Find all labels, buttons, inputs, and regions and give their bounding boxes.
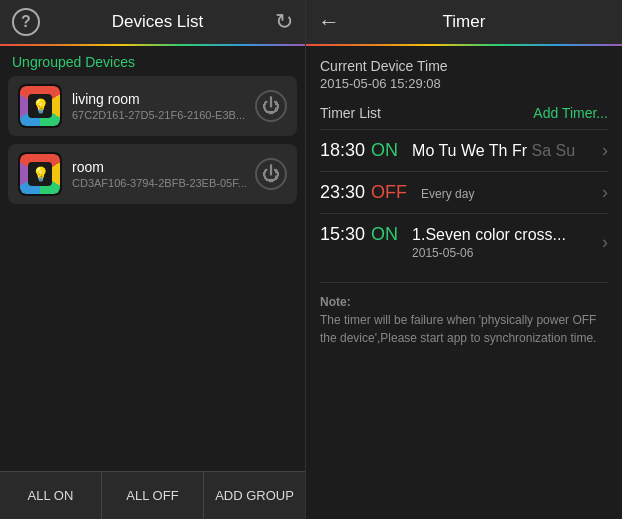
all-on-button[interactable]: ALL ON xyxy=(0,472,102,519)
power-button-room[interactable]: ⏻ xyxy=(255,158,287,190)
timer-list-header: Timer List Add Timer... xyxy=(320,105,608,121)
timer-days-1830: Mo Tu We Th Fr Sa Su xyxy=(412,142,575,160)
timer-list-label: Timer List xyxy=(320,105,381,121)
timer-action-1830: ON xyxy=(371,140,398,161)
timer-time-2330: 23:30 xyxy=(320,182,365,203)
note-label: Note: The timer will be failure when 'ph… xyxy=(320,293,608,347)
timer-item-1530[interactable]: 15:30 ON 1.Seven color cross... 2015-05-… xyxy=(320,213,608,270)
timer-details-1530: 1.Seven color cross... 2015-05-06 xyxy=(412,226,566,260)
timer-item-2330[interactable]: 23:30 OFF Every day › xyxy=(320,171,608,213)
device-info-room: room CD3AF106-3794-2BFB-23EB-05F... xyxy=(72,159,255,189)
devices-list-title: Devices List xyxy=(112,12,204,32)
timer-days-1530: 1.Seven color cross... xyxy=(412,226,566,244)
timer-details-2330: Every day xyxy=(421,185,474,201)
left-header: ? Devices List ↻ xyxy=(0,0,305,46)
add-timer-button[interactable]: Add Timer... xyxy=(533,105,608,121)
timer-title: Timer xyxy=(443,12,486,32)
timer-sub-1530: 2015-05-06 xyxy=(412,246,566,260)
device-list: 💡 living room 67C2D161-27D5-21F6-2160-E3… xyxy=(0,76,305,471)
ungrouped-label: Ungrouped Devices xyxy=(0,46,305,76)
timer-left-2330: 23:30 OFF Every day xyxy=(320,182,474,203)
right-header: ← Timer xyxy=(306,0,622,46)
power-icon-room: ⏻ xyxy=(262,164,280,185)
timer-action-1530: ON xyxy=(371,224,398,245)
refresh-button[interactable]: ↻ xyxy=(275,9,293,35)
bulb-icon-room: 💡 xyxy=(32,166,49,182)
timer-item-1830[interactable]: 18:30 ON Mo Tu We Th Fr Sa Su › xyxy=(320,129,608,171)
device-name-room: room xyxy=(72,159,255,175)
note-section: Note: The timer will be failure when 'ph… xyxy=(320,282,608,347)
timer-left-1830: 18:30 ON Mo Tu We Th Fr Sa Su xyxy=(320,140,575,161)
chevron-icon-2330: › xyxy=(602,182,608,203)
current-time-section: Current Device Time 2015-05-06 15:29:08 xyxy=(320,58,608,91)
current-time-label: Current Device Time xyxy=(320,58,608,74)
left-panel: ? Devices List ↻ Ungrouped Devices 💡 liv… xyxy=(0,0,306,519)
timer-content: Current Device Time 2015-05-06 15:29:08 … xyxy=(306,46,622,519)
timer-left-1530: 15:30 ON 1.Seven color cross... 2015-05-… xyxy=(320,224,566,260)
timer-time-1830: 18:30 xyxy=(320,140,365,161)
all-off-button[interactable]: ALL OFF xyxy=(102,472,204,519)
note-text: The timer will be failure when 'physical… xyxy=(320,313,596,345)
chevron-icon-1530: › xyxy=(602,232,608,253)
chevron-icon-1830: › xyxy=(602,140,608,161)
timer-details-1830: Mo Tu We Th Fr Sa Su xyxy=(412,142,575,160)
power-icon-living-room: ⏻ xyxy=(262,96,280,117)
device-item-living-room[interactable]: 💡 living room 67C2D161-27D5-21F6-2160-E3… xyxy=(8,76,297,136)
add-group-button[interactable]: ADD GROUP xyxy=(204,472,305,519)
device-item-room[interactable]: 💡 room CD3AF106-3794-2BFB-23EB-05F... ⏻ xyxy=(8,144,297,204)
timer-days-active-1830: Mo Tu We Th Fr xyxy=(412,142,527,159)
bulb-icon: 💡 xyxy=(32,98,49,114)
current-time-value: 2015-05-06 15:29:08 xyxy=(320,76,608,91)
help-button[interactable]: ? xyxy=(12,8,40,36)
device-icon-room: 💡 xyxy=(18,152,62,196)
right-panel: ← Timer Current Device Time 2015-05-06 1… xyxy=(306,0,622,519)
device-id-living-room: 67C2D161-27D5-21F6-2160-E3B... xyxy=(72,109,255,121)
timer-sub-2330: Every day xyxy=(421,187,474,201)
timer-time-1530: 15:30 xyxy=(320,224,365,245)
timer-action-2330: OFF xyxy=(371,182,407,203)
device-name-living-room: living room xyxy=(72,91,255,107)
device-id-room: CD3AF106-3794-2BFB-23EB-05F... xyxy=(72,177,255,189)
back-button[interactable]: ← xyxy=(318,9,340,35)
device-info-living-room: living room 67C2D161-27D5-21F6-2160-E3B.… xyxy=(72,91,255,121)
timer-days-inactive-1830: Sa Su xyxy=(532,142,576,159)
left-footer: ALL ON ALL OFF ADD GROUP xyxy=(0,471,305,519)
device-icon-living-room: 💡 xyxy=(18,84,62,128)
power-button-living-room[interactable]: ⏻ xyxy=(255,90,287,122)
